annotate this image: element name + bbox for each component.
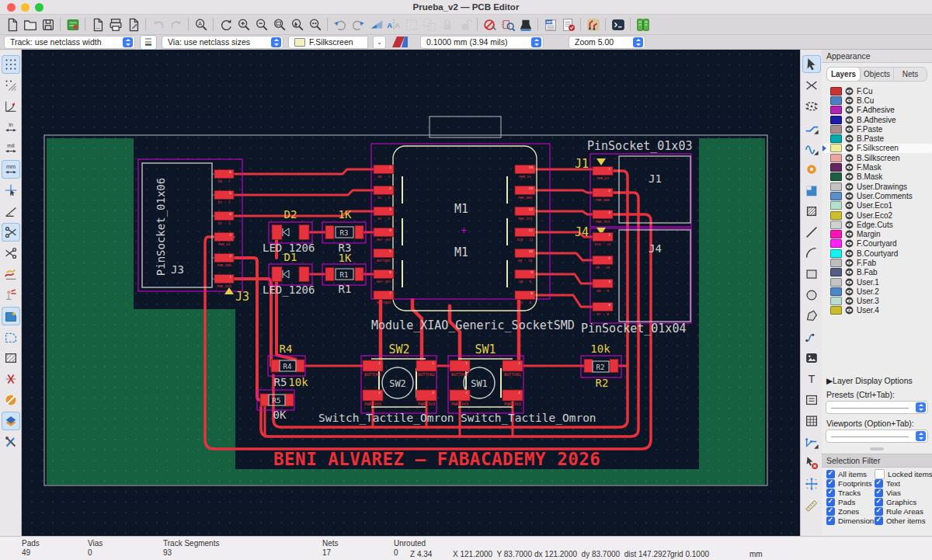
visibility-eye-icon[interactable] [845,106,854,114]
layer-color-swatch[interactable] [830,172,842,181]
add-via-icon[interactable] [802,160,821,178]
visibility-eye-icon[interactable] [845,297,854,305]
visibility-eye-icon[interactable] [845,268,854,277]
layer-color-swatch[interactable] [830,239,842,248]
visibility-eye-icon[interactable] [845,249,854,258]
board-setup-icon[interactable] [64,16,82,33]
visibility-eye-icon[interactable] [845,96,854,105]
checkbox[interactable] [826,470,835,478]
filter-footprints[interactable]: Footprints [826,480,875,489]
measure-icon[interactable] [802,496,821,513]
layer-row-edge-cuts[interactable]: Edge.Cuts [823,220,932,229]
pcb-canvas[interactable]: PinSocket_01x06 J3 6D0 - 15D1 - 24D2 - 3… [22,50,800,536]
filter-other-items[interactable]: Other items [875,517,932,526]
visibility-eye-icon[interactable] [845,116,854,124]
route-diff-pairs-icon[interactable] [802,139,821,157]
layer-row-b-courtyard[interactable]: B.Courtyard [823,249,932,258]
layer-color-swatch[interactable] [830,134,842,143]
presets-combo[interactable]: ——————————— [826,401,928,414]
refresh-icon[interactable] [217,16,235,33]
add-keepout-icon[interactable] [802,202,821,220]
layer-row-user-3[interactable]: User.3 [823,297,932,306]
panel-resize-handle[interactable] [870,447,884,450]
layer-color-swatch[interactable] [830,87,842,96]
preferences-tools-icon[interactable] [2,433,20,451]
filter-pads[interactable]: Pads [826,499,875,507]
highlight-net-icon[interactable] [2,286,20,304]
route-tracks-icon[interactable] [802,118,821,136]
checkbox[interactable] [875,489,883,497]
update-pcb-icon[interactable] [634,16,652,33]
local-ratsnest-icon[interactable] [802,76,821,94]
visibility-eye-icon[interactable] [845,239,854,248]
zoom-fit-icon[interactable] [270,16,288,33]
zoom-objects-icon[interactable] [306,16,324,33]
add-image-icon[interactable] [802,349,821,367]
layer-row-user-comments[interactable]: User.Comments [823,191,932,200]
layer-row-user-eco1[interactable]: User.Eco1 [823,201,932,210]
grid-combo[interactable]: 0.1000 mm (3.94 mils) [420,36,544,49]
free-angle-icon[interactable] [2,202,20,221]
layer-color-swatch[interactable] [830,287,842,296]
visibility-eye-icon[interactable] [845,259,854,267]
checkbox[interactable] [826,498,835,506]
layer-row-f-adhesive[interactable]: F.Adhesive [823,106,932,115]
cursor-shape-icon[interactable] [2,181,20,200]
inspect-clearance-icon[interactable] [2,412,20,430]
grid-origin-icon[interactable] [802,475,821,492]
draw-line-icon[interactable] [802,223,821,241]
layer-combo[interactable]: F.Silkscreen [288,36,368,49]
net-inspector-icon[interactable]: NET [541,16,559,33]
page-settings-icon[interactable] [89,16,106,33]
units-inches-icon[interactable]: in [2,118,20,137]
print-icon[interactable] [106,16,124,33]
router-settings-icon[interactable] [584,16,602,33]
trim-tracks-icon[interactable] [2,223,20,242]
layer-color-swatch[interactable] [830,268,842,277]
zoom-selection-icon[interactable] [288,16,306,33]
layer-row-f-silkscreen[interactable]: F.Silkscreen [823,144,932,153]
layer-row-user-2[interactable]: User.2 [823,287,932,296]
filter-locked-items[interactable]: Locked items [875,471,932,479]
filter-dimensions[interactable]: Dimensions [826,517,875,526]
tab-layers[interactable]: Layers [827,68,861,81]
rotate-cw-icon[interactable] [349,16,367,33]
flip-board-icon[interactable] [367,16,384,33]
visibility-eye-icon[interactable] [845,154,854,162]
visibility-eye-icon[interactable] [845,287,854,296]
layer-color-swatch[interactable] [830,297,842,305]
visibility-eye-icon[interactable] [845,172,854,181]
tab-nets[interactable]: Nets [894,68,927,81]
plot-fab-icon[interactable] [516,16,534,33]
select-icon[interactable] [802,55,821,73]
layer-row-b-fab[interactable]: B.Fab [823,268,932,277]
open-board-icon[interactable] [21,16,39,33]
layer-display-options[interactable]: ▶Layer Display Options [822,373,932,385]
polar-coords-icon[interactable] [2,97,20,116]
visibility-eye-icon[interactable] [845,183,854,191]
delete-tracks-icon[interactable] [2,244,20,263]
add-zone-icon[interactable] [802,181,821,199]
find-icon[interactable]: A [192,16,210,33]
draw-bezier-icon[interactable] [802,328,821,346]
filter-zones[interactable]: Zones [826,508,875,517]
unlock-icon[interactable] [456,16,474,33]
checkbox[interactable] [875,498,883,506]
checkbox[interactable] [826,507,835,516]
visibility-eye-icon[interactable] [845,87,854,96]
layer-color-swatch[interactable] [830,96,842,105]
checkbox[interactable] [826,479,835,488]
tab-objects[interactable]: Objects [861,68,894,81]
checkbox[interactable] [875,479,883,488]
draw-polygon-icon[interactable] [802,307,821,325]
checkbox[interactable] [875,507,883,516]
checkbox[interactable] [875,517,883,525]
layer-row-user-drawings[interactable]: User.Drawings [823,182,932,191]
visibility-eye-icon[interactable] [845,163,854,172]
footprint-checker-icon[interactable] [499,16,516,33]
add-footprint-icon[interactable] [802,97,821,115]
grid-override-icon[interactable] [2,76,20,95]
visibility-eye-icon[interactable] [845,134,854,143]
layer-row-b-cu[interactable]: B.Cu [823,96,932,105]
add-table-icon[interactable] [802,412,821,430]
